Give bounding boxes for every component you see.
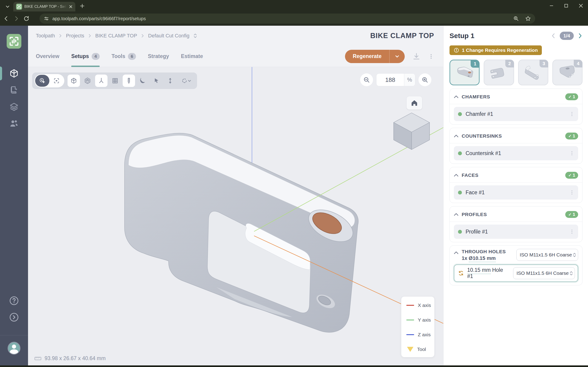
reset-view-button[interactable] — [406, 96, 422, 110]
part-dimensions: 93.98 x 26.67 x 40.64 mm — [35, 355, 106, 361]
part-render[interactable] — [28, 67, 443, 366]
prev-setup-button[interactable] — [551, 33, 556, 39]
thread-standard-select[interactable]: ISO M11x1.5 6H Coarse — [516, 249, 578, 261]
list-item[interactable]: Chamfer #1 — [454, 107, 578, 121]
pointer-tool-button[interactable] — [150, 75, 163, 87]
check-icon — [568, 133, 571, 139]
collapse-sidebar-button[interactable] — [0, 312, 28, 323]
legend-z-axis: Z axis — [406, 332, 434, 337]
back-button[interactable] — [2, 15, 10, 23]
list-item[interactable]: Profile #1 — [454, 225, 578, 239]
collapse-section-button[interactable] — [454, 95, 458, 98]
item-menu-button[interactable] — [570, 190, 574, 195]
zoom-in-button[interactable] — [418, 73, 431, 86]
thumbnail-number: 4 — [574, 60, 582, 67]
breadcrumb-part[interactable]: BIKE CLAMP TOP — [95, 33, 137, 39]
zoom-field: % — [376, 73, 415, 86]
chevron-down-icon[interactable] — [389, 54, 405, 59]
cursor-click-icon — [39, 77, 45, 84]
viewport-3d[interactable]: % X axis Y axis Z axis Tool 93.98 x 26 — [28, 67, 443, 366]
zoom-out-button[interactable] — [360, 73, 373, 86]
hole-thread-select[interactable]: ISO M11x1.5 6H Coarse — [513, 267, 575, 279]
favicon — [16, 4, 22, 10]
collapse-section-button[interactable] — [454, 213, 458, 216]
breadcrumb-config[interactable]: Default Cut Config — [148, 33, 190, 39]
select-click-mode-button[interactable] — [35, 75, 49, 87]
divider — [450, 222, 582, 222]
config-selector-icon[interactable] — [193, 33, 197, 38]
banana-icon — [139, 77, 146, 84]
item-menu-button[interactable] — [570, 151, 574, 156]
more-options-button[interactable] — [428, 53, 434, 59]
show-axes-button[interactable] — [95, 75, 107, 87]
new-tab-button[interactable] — [79, 3, 85, 9]
diameter-value[interactable]: Ø10.15 mm — [469, 255, 496, 262]
next-setup-button[interactable] — [578, 33, 582, 39]
show-stock-button[interactable] — [81, 75, 94, 87]
thumbnail-number: 2 — [505, 60, 514, 67]
status-dot — [458, 191, 462, 194]
help-button[interactable] — [0, 295, 28, 306]
show-grid-button[interactable] — [109, 75, 121, 87]
status-dot — [458, 151, 462, 155]
address-field[interactable]: app.toolpath.com/parts/c96i66f7/report/s… — [40, 14, 535, 24]
item-menu-button[interactable] — [570, 229, 574, 234]
tab-close-icon[interactable] — [69, 5, 73, 8]
zoom-input[interactable] — [376, 74, 404, 86]
tab-estimate[interactable]: Estimate — [181, 46, 203, 67]
tab-overview[interactable]: Overview — [36, 46, 59, 67]
tab-setups[interactable]: Setups4 — [71, 46, 99, 67]
site-settings-icon[interactable] — [44, 16, 49, 21]
minimize-button[interactable] — [548, 2, 555, 10]
hole-item[interactable]: 10.15 mm Hole #1 ISO M11x1.5 6H Coarse — [454, 265, 578, 282]
section-title: CHAMFERS — [462, 94, 490, 100]
breadcrumb-toolpath[interactable]: Toolpath — [36, 33, 55, 39]
rotate-tool-button[interactable] — [178, 75, 195, 87]
window-controls — [548, 2, 585, 10]
status-dot — [458, 112, 462, 116]
sidebar-item-library[interactable] — [0, 83, 28, 97]
zoom-page-icon[interactable] — [513, 16, 519, 22]
collapse-section-button[interactable] — [454, 251, 458, 254]
item-menu-button[interactable] — [570, 111, 574, 117]
select-mode-toggle — [35, 74, 64, 87]
list-item[interactable]: Countersink #1 — [454, 146, 578, 160]
show-holder-button[interactable] — [137, 75, 149, 87]
show-model-button[interactable] — [68, 75, 80, 87]
sidebar-item-team[interactable] — [0, 116, 28, 131]
move-tool-button[interactable] — [164, 75, 176, 87]
bookmark-star-icon[interactable] — [525, 16, 531, 22]
user-avatar[interactable] — [0, 342, 28, 355]
download-button[interactable] — [413, 52, 420, 60]
sidebar-item-parts[interactable] — [0, 66, 28, 81]
close-button[interactable] — [577, 2, 585, 10]
home-icon — [410, 99, 418, 107]
tab-tools[interactable]: Tools6 — [112, 46, 136, 67]
maximize-button[interactable] — [562, 2, 570, 10]
focus-frame-icon — [53, 77, 60, 84]
setup-thumbnail-3[interactable]: 3 — [518, 60, 548, 85]
setup-thumbnail-1[interactable]: 1 — [450, 60, 480, 85]
tab-search-button[interactable] — [4, 3, 11, 10]
url-bar: app.toolpath.com/parts/c96i66f7/report/s… — [0, 11, 588, 26]
sidebar-item-layers[interactable] — [0, 100, 28, 114]
breadcrumb-projects[interactable]: Projects — [66, 33, 84, 39]
show-tool-button[interactable] — [123, 75, 135, 87]
collapse-section-button[interactable] — [454, 174, 458, 177]
toolpath-logo[interactable] — [7, 34, 21, 49]
drill-bit-icon — [125, 77, 132, 84]
browser-tab[interactable]: BIKE CLAMP TOP - Setups - Rep — [13, 2, 75, 11]
collapse-section-button[interactable] — [454, 134, 458, 138]
reload-button[interactable] — [23, 15, 30, 23]
list-item[interactable]: Face #1 — [454, 185, 578, 200]
select-box-mode-button[interactable] — [49, 75, 64, 87]
setup-thumbnail-2[interactable]: 2 — [484, 60, 514, 85]
tab-strategy[interactable]: Strategy — [148, 46, 169, 67]
chevron-right-icon — [88, 34, 92, 38]
view-cube — [394, 113, 430, 150]
cube-icon — [70, 77, 77, 84]
forward-button[interactable] — [12, 15, 20, 23]
setup-thumbnail-4[interactable]: 4 — [552, 60, 582, 85]
viewer-toolbar — [32, 73, 197, 89]
regenerate-button[interactable]: Regenerate — [345, 50, 405, 63]
